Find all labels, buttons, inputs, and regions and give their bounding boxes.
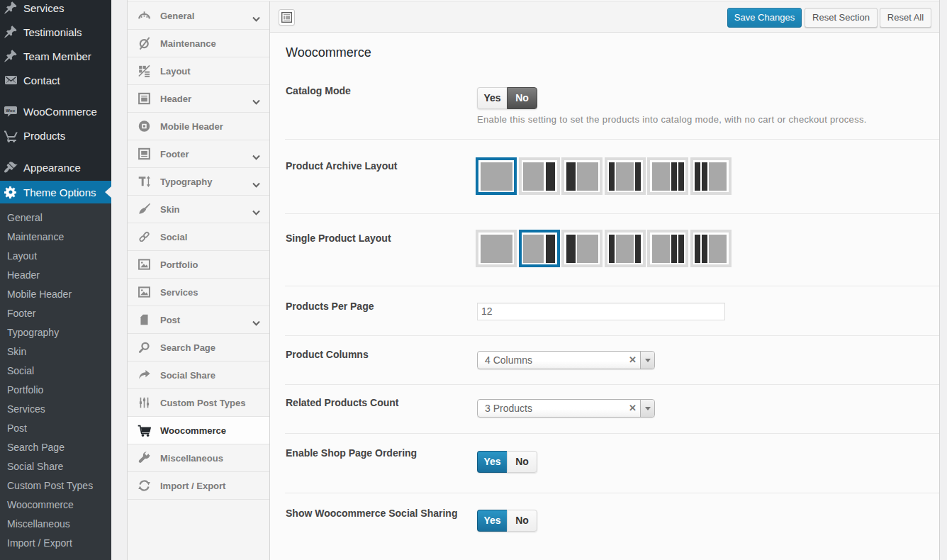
svg-text:Woo: Woo (6, 108, 15, 113)
